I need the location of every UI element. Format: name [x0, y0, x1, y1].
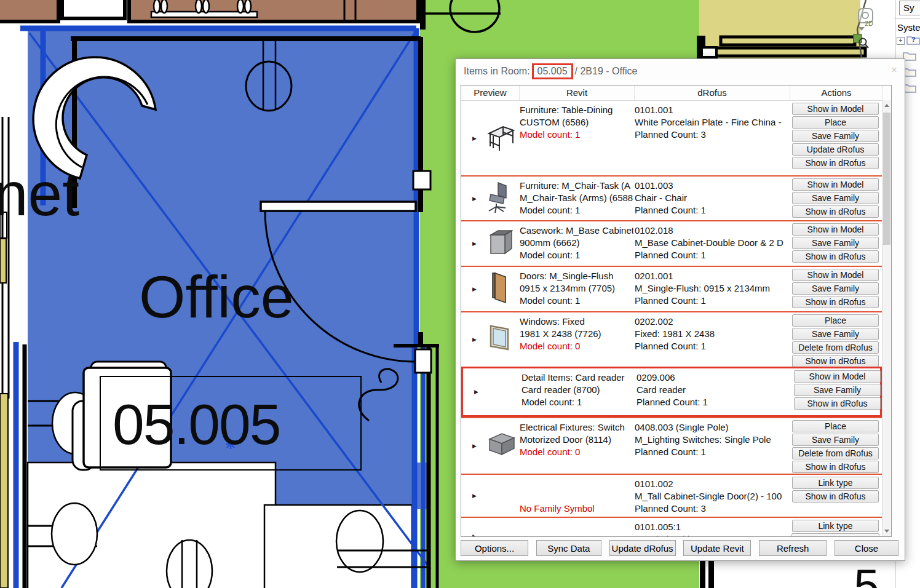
show-in-drofus-button[interactable]: Show in dRofus	[792, 157, 879, 169]
table-row[interactable]: ▶Casework: M_Base Cabinet900mm (6662)Mod…	[461, 220, 882, 266]
revit-line: M_Chair-Task (Arms) (6588	[520, 192, 633, 204]
show-in-drofus-button[interactable]: Show in dRofus	[792, 461, 879, 473]
drofus-line: M_Single-Flush: 0915 x 2134mm	[635, 282, 789, 295]
table-row[interactable]: ▶ No Family Symbol0101.002M_Tall Cabinet…	[461, 474, 882, 517]
close-button[interactable]: Close	[835, 540, 898, 556]
revit-line: Windows: Fixed	[520, 316, 633, 328]
expand-arrow-icon[interactable]: ▶	[472, 443, 477, 449]
update-revit-button[interactable]: Update Revit	[683, 540, 751, 556]
place-button[interactable]: Place	[792, 116, 879, 129]
show-in-drofus-button[interactable]: Show in dRofus	[792, 205, 879, 218]
items-table: Preview Revit dRofus Actions ▶Furniture:…	[461, 85, 892, 537]
save-family-button[interactable]: Save Family	[792, 282, 879, 295]
expand-arrow-icon[interactable]: ▶	[472, 240, 477, 247]
revit-line: Casework: M_Base Cabinet	[520, 224, 633, 237]
place-button[interactable]: Place	[792, 420, 879, 432]
save-family-button[interactable]: Save Family	[792, 434, 879, 446]
revit-line: Model count: 0	[520, 340, 633, 352]
expand-arrow-icon[interactable]: ▶	[474, 389, 478, 395]
show-in-drofus-button[interactable]: Show in dRofus	[792, 490, 879, 503]
drofus-line: Armchair With armrest	[635, 533, 789, 536]
revit-canvas[interactable]: 2D	[0, 0, 920, 588]
expand-arrow-icon[interactable]: ▶	[472, 493, 477, 499]
actions-cell: Show in ModelSave FamilyShow in dRofus	[789, 177, 882, 220]
folder-question-icon[interactable]: ?	[906, 34, 920, 47]
drofus-line: Planned Count: 1	[635, 340, 789, 352]
khaki-wall-bars	[697, 36, 865, 58]
table-row[interactable]: ▶Windows: Fixed1981 X 2438 (7726)Model c…	[461, 311, 882, 367]
save-family-button[interactable]: Save Family	[792, 130, 879, 142]
drofus-line: Chair - Chair	[635, 192, 789, 204]
show-in-model-button[interactable]: Show in Model	[792, 223, 879, 236]
table-row[interactable]: ▶0101.005:1Armchair With armrestLink typ…	[461, 517, 882, 536]
column-header-actions: Actions	[790, 85, 883, 100]
show-in-model-button[interactable]: Show in Model	[792, 178, 879, 191]
show-in-model-button[interactable]: Show in Model	[792, 103, 879, 115]
scroll-down-icon[interactable]	[882, 526, 891, 536]
delete-from-drofus-button[interactable]: Delete from dRofus	[792, 341, 879, 354]
section-handle[interactable]	[854, 34, 862, 42]
show-in-model-button[interactable]: Show in Model	[794, 370, 881, 383]
refresh-button[interactable]: Refresh	[759, 540, 827, 556]
drofus-line: 0202.002	[635, 316, 789, 328]
drofus-line: M_Base Cabinet-Double Door & 2 D	[635, 237, 789, 249]
delete-from-drofus-button[interactable]: Delete from dRofus	[792, 447, 879, 459]
table-row[interactable]: ▶Furniture: M_Chair-Task (AM_Chair-Task …	[461, 175, 882, 220]
revit-line	[520, 478, 633, 490]
scroll-up-icon[interactable]	[882, 100, 891, 111]
revit-line: 1981 X 2438 (7726)	[520, 328, 633, 340]
show-in-model-button[interactable]: Show in Model	[792, 269, 879, 281]
drofus-line: M_Tall Cabinet-Single Door(2) - 100	[635, 490, 789, 503]
drofus-cell: 0209.006Card readerPlanned Count: 1	[636, 368, 791, 415]
update-drofus-button[interactable]: Update dRofus	[792, 143, 879, 156]
drofus-cell: 0101.005:1Armchair With armrest	[635, 518, 789, 536]
actions-cell: PlaceSave FamilyDelete from dRofusShow i…	[789, 418, 882, 474]
show-in-drofus-button[interactable]: Show in dRofus	[794, 397, 881, 410]
table-scrollbar[interactable]	[882, 100, 891, 536]
drofus-cell: 0101.002M_Tall Cabinet-Single Door(2) - …	[635, 475, 789, 517]
system-panel-heading: Syste	[897, 22, 920, 33]
revit-cell: Doors: M_Single-Flush0915 x 2134mm (7705…	[520, 267, 633, 311]
close-icon[interactable]: ×	[887, 64, 901, 76]
sync-data-button[interactable]: Sync Data	[536, 540, 601, 556]
revit-line: Motorized Door (8114)	[520, 434, 633, 446]
actions-cell: Link type	[789, 518, 882, 536]
expand-arrow-icon[interactable]: ▶	[472, 533, 477, 536]
save-family-button[interactable]: Save Family	[794, 384, 881, 396]
place-button[interactable]: Place	[792, 314, 879, 327]
show-in-drofus-button[interactable]: Show in dRofus	[792, 296, 879, 308]
scrollbar-thumb[interactable]	[883, 113, 890, 245]
expand-arrow-icon[interactable]: ▶	[472, 336, 477, 343]
revit-line: Model count: 1	[520, 129, 633, 141]
revit-line: Doors: M_Single-Flush	[520, 270, 633, 282]
items-in-room-dialog: Items in Room: 05.005 / 2B19 - Office × …	[455, 58, 905, 561]
link-type-button[interactable]: Link type	[792, 477, 879, 489]
update-drofus-button[interactable]: Update dRofus	[609, 540, 676, 556]
show-in-drofus-button[interactable]: Show in dRofus	[792, 250, 879, 263]
tree-root-row[interactable]: + ?	[897, 34, 920, 47]
save-family-button[interactable]: Save Family	[792, 328, 879, 340]
options-button[interactable]: Options...	[461, 540, 528, 556]
expand-arrow-icon[interactable]: ▶	[472, 286, 477, 292]
table-row[interactable]: ▶Furniture: Table-DiningCUSTOM (6586)Mod…	[461, 100, 882, 175]
expand-arrow-icon[interactable]: ▶	[472, 196, 477, 202]
system-panel-button[interactable]: Sy	[899, 1, 920, 15]
table-row[interactable]: ▶Detail Items: Card readerCard reader (8…	[461, 367, 882, 417]
save-family-button[interactable]: Save Family	[792, 237, 879, 249]
drofus-line: 0101.001	[635, 104, 789, 116]
tree-expand-icon[interactable]: +	[897, 37, 905, 45]
partial-button[interactable]	[791, 533, 879, 536]
left-wall-strip	[0, 394, 8, 588]
table-row[interactable]: ▶Doors: M_Single-Flush0915 x 2134mm (770…	[461, 266, 882, 311]
column-header-preview: Preview	[461, 85, 520, 100]
dialog-title-prefix: Items in Room:	[464, 66, 530, 77]
expand-arrow-icon[interactable]: ▶	[472, 135, 477, 141]
link-type-button[interactable]: Link type	[792, 520, 879, 532]
table-row[interactable]: ▶Electrical Fixtures: SwitchMotorized Do…	[461, 417, 882, 474]
revit-line: Card reader (8700)	[521, 384, 635, 396]
drofus-cell: 0101.001White Porcelain Plate - Fine Chi…	[635, 101, 789, 175]
show-in-drofus-button[interactable]: Show in dRofus	[792, 355, 879, 367]
save-family-button[interactable]: Save Family	[792, 192, 879, 204]
dialog-title-suffix: / 2B19 - Office	[575, 66, 638, 77]
revit-line: Detail Items: Card reader	[521, 371, 635, 384]
